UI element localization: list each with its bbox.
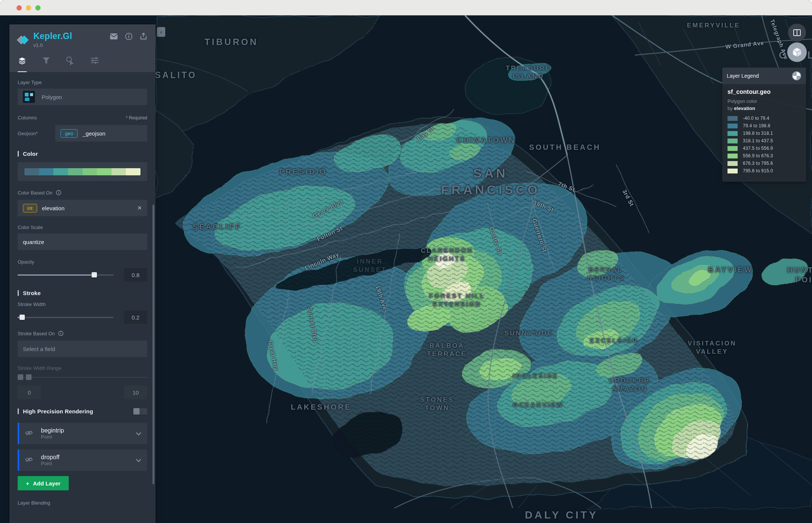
cursor-icon — [66, 56, 75, 65]
legend-swatch — [727, 161, 738, 166]
color-section-header[interactable]: Color — [18, 151, 147, 157]
opacity-value[interactable]: 0.8 — [124, 268, 147, 282]
color-scale-value: quantize — [23, 239, 44, 245]
place-label: INGLESIDE — [513, 372, 558, 380]
legend-swatch — [727, 139, 738, 143]
clear-field-icon[interactable]: ✕ — [137, 205, 142, 211]
geojson-field-selector[interactable]: geo _geojson — [55, 125, 147, 142]
range-handle-max[interactable] — [26, 374, 32, 380]
chevron-down-icon[interactable] — [136, 430, 141, 437]
place-label: SOUTH BEACH — [529, 142, 601, 152]
stroke-width-range-label: Stroke Width Range — [18, 365, 147, 371]
range-min-value[interactable]: 0 — [18, 386, 41, 399]
visibility-eye-slash-icon[interactable] — [25, 430, 33, 437]
legend-entry: 198.8 to 318.1 — [727, 131, 801, 136]
side-panel: Kepler.Gl v1.0 — [9, 24, 155, 523]
chevron-down-icon[interactable] — [136, 457, 141, 464]
chevron-left-icon: ‹ — [160, 29, 162, 35]
polygon-layer-icon — [23, 91, 35, 103]
stroke-section-title: Stroke — [23, 290, 41, 296]
legend-swatch — [727, 131, 738, 136]
split-map-button[interactable] — [788, 24, 806, 42]
layer-type: Point — [41, 434, 64, 440]
share-icon[interactable] — [140, 33, 147, 42]
layer-type: Point — [41, 461, 60, 466]
legend-swatch — [727, 146, 738, 151]
legend-range-label: 437.5 to 556.9 — [743, 146, 773, 151]
legend-range-label: 79.4 to 198.8 — [743, 123, 770, 128]
window-titlebar — [0, 0, 812, 15]
place-label: TREASURE ISLAND — [506, 64, 551, 81]
columns-label: Columns — [18, 115, 37, 121]
high-precision-label: High Precision Rendering — [23, 408, 93, 414]
opacity-slider-handle[interactable] — [92, 272, 97, 277]
legend-entry: 79.4 to 198.8 — [727, 123, 801, 128]
color-scale-selector[interactable]: quantize — [18, 234, 147, 250]
place-label: SEACLIFF — [193, 222, 241, 232]
color-based-on-label: Color Based On — [18, 190, 147, 196]
legend-layer-name: sf_contour.geo — [727, 89, 801, 95]
legend-swatch — [727, 154, 738, 158]
place-label: OCEANVIEW — [513, 401, 563, 409]
layer-type-selector[interactable]: Polygon — [18, 89, 147, 105]
minimize-window-button[interactable] — [26, 5, 31, 11]
app-window: TIBURONSAUSALITOTREASURE ISLANDEMERYVILL… — [0, 0, 812, 523]
stroke-field-selector[interactable]: Select a field — [18, 341, 147, 357]
place-label: LAKESHORE — [291, 402, 352, 412]
info-icon[interactable] — [58, 331, 63, 337]
cube-3d-icon — [792, 47, 802, 57]
color-field-selector[interactable]: int elevation ✕ — [18, 200, 147, 216]
mail-icon[interactable] — [110, 33, 118, 41]
layer-panel-dropoff[interactable]: dropoffPoint — [18, 449, 147, 471]
stroke-width-label: Stroke Width — [18, 301, 147, 307]
legend-range-label: 795.6 to 915.0 — [743, 168, 773, 173]
kepler-logo-icon — [18, 34, 29, 45]
layer-list: begintripPointdropoffPoint — [18, 423, 147, 471]
opacity-slider[interactable] — [18, 272, 113, 277]
layer-legend-header[interactable]: Layer Legend — [722, 68, 806, 84]
stroke-width-slider-handle[interactable] — [20, 315, 25, 320]
stroke-section-header[interactable]: Stroke — [18, 290, 147, 296]
close-window-button[interactable] — [17, 5, 22, 11]
tab-layers[interactable] — [18, 56, 27, 72]
place-label: INNER SUNSET — [353, 258, 386, 274]
place-label: CROCKER AMAZON — [609, 377, 650, 393]
zoom-window-button[interactable] — [35, 5, 41, 11]
stroke-width-slider[interactable] — [18, 315, 113, 320]
sidebar-collapse-button[interactable]: ‹ — [157, 27, 165, 37]
legend-toggle-icon[interactable] — [792, 71, 801, 81]
geo-type-chip: geo — [60, 129, 78, 138]
map-stage: TIBURONSAUSALITOTREASURE ISLANDEMERYVILL… — [0, 15, 812, 523]
legend-channel: Polygon color — [727, 98, 801, 104]
place-label: BERNAL HEIGHTS — [587, 266, 624, 282]
layer-blending-label: Layer Blending — [18, 500, 147, 506]
info-icon[interactable] — [125, 33, 133, 42]
range-max-value[interactable]: 10 — [124, 386, 147, 399]
geojson-value: _geojson — [83, 130, 106, 137]
sidebar-scrollbar[interactable] — [152, 205, 154, 484]
tab-filters[interactable] — [42, 56, 50, 72]
place-label: EMERYVILLE — [687, 21, 740, 30]
place-label: HUNTERS POINT — [787, 265, 812, 285]
info-icon[interactable] — [56, 190, 61, 196]
int-type-chip: int — [23, 204, 37, 213]
side-panel-tabs — [18, 56, 147, 72]
place-label: SUNNYSIDE — [504, 329, 553, 338]
tab-base-map[interactable] — [90, 56, 99, 72]
stroke-width-value[interactable]: 0.2 — [124, 310, 147, 324]
visibility-eye-slash-icon[interactable] — [25, 457, 33, 464]
geojson-label: Geojson* — [18, 131, 55, 136]
stroke-width-range-slider[interactable] — [18, 374, 147, 380]
layer-legend-panel: Layer Legend sf_contour.geo Polygon colo… — [722, 68, 806, 182]
high-precision-toggle[interactable] — [133, 408, 147, 414]
layer-panel-begintrip[interactable]: begintripPoint — [18, 423, 147, 444]
add-layer-button[interactable]: + Add Layer — [18, 476, 69, 490]
range-handle-min[interactable] — [18, 374, 23, 380]
color-section-title: Color — [23, 151, 38, 157]
toggle-3d-button[interactable] — [787, 42, 807, 62]
layer-name: begintrip — [41, 427, 64, 434]
place-label: PRESIDIO — [279, 167, 327, 176]
tab-interactions[interactable] — [66, 56, 75, 72]
color-range-selector[interactable] — [18, 162, 147, 181]
high-precision-header: High Precision Rendering — [18, 408, 93, 414]
